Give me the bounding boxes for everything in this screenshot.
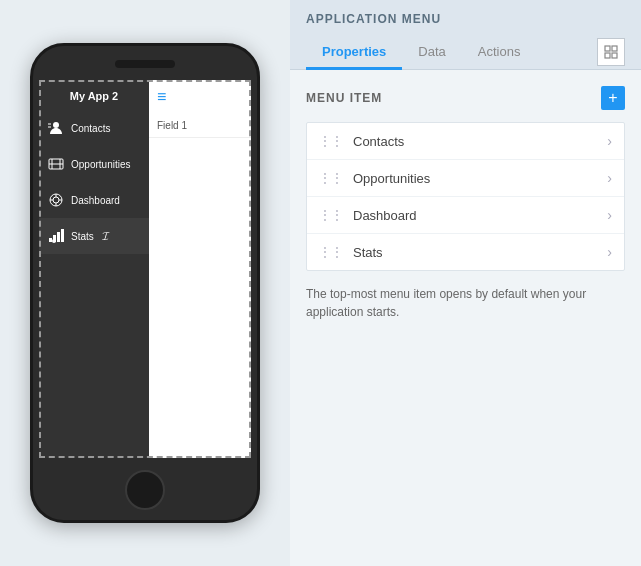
hint-text: The top-most menu item opens by default … [306,285,625,321]
chevron-right-icon: › [607,244,612,260]
tab-icon-button[interactable] [597,38,625,66]
opportunities-icon [47,155,65,173]
tab-actions[interactable]: Actions [462,36,537,70]
tabs-row: Properties Data Actions [306,36,625,69]
menu-item-row[interactable]: ⋮⋮ Contacts › [307,123,624,160]
svg-rect-18 [605,46,610,51]
svg-rect-21 [612,53,617,58]
panel-header: APPLICATION MENU Properties Data Actions [290,0,641,70]
svg-point-17 [52,239,56,243]
contacts-icon [47,119,65,137]
phone-frame: My App 2 Contacts [30,43,260,523]
chevron-right-icon: › [607,133,612,149]
menu-item-label: Dashboard [353,208,607,223]
menu-item-label: Stats [353,245,607,260]
phone-nav-contacts[interactable]: Contacts [39,110,149,146]
right-panel: APPLICATION MENU Properties Data Actions… [290,0,641,566]
phone-preview: My App 2 Contacts [0,0,290,566]
svg-rect-16 [61,229,64,242]
menu-item-label: Opportunities [353,171,607,186]
chevron-right-icon: › [607,170,612,186]
phone-content-area: ≡ Field 1 [149,80,251,458]
drag-handle-icon: ⋮⋮ [319,134,343,148]
svg-point-8 [53,197,59,203]
phone-sidebar: My App 2 Contacts [39,80,149,458]
phone-app-title: My App 2 [39,80,149,110]
phone-nav-stats-label: Stats [71,231,94,242]
svg-rect-13 [49,238,52,242]
menu-item-row[interactable]: ⋮⋮ Dashboard › [307,197,624,234]
menu-item-label: Contacts [353,134,607,149]
phone-home-button[interactable] [125,470,165,510]
phone-nav-opportunities-label: Opportunities [71,159,130,170]
tabs-container: Properties Data Actions [306,36,536,69]
tab-properties[interactable]: Properties [306,36,402,70]
drag-handle-icon: ⋮⋮ [319,245,343,259]
svg-rect-15 [57,232,60,242]
phone-nav-opportunities[interactable]: Opportunities [39,146,149,182]
cursor: 𝓘 [102,229,109,243]
phone-speaker [115,60,175,68]
phone-nav-dashboard[interactable]: Dashboard [39,182,149,218]
stats-icon [47,227,65,245]
add-menu-item-button[interactable]: + [601,86,625,110]
svg-point-0 [53,122,59,128]
menu-item-row[interactable]: ⋮⋮ Stats › [307,234,624,270]
phone-hamburger-icon[interactable]: ≡ [149,80,251,114]
panel-body: MENU ITEM + ⋮⋮ Contacts › ⋮⋮ Opportuniti… [290,70,641,566]
menu-item-row[interactable]: ⋮⋮ Opportunities › [307,160,624,197]
svg-rect-20 [605,53,610,58]
dashboard-icon [47,191,65,209]
phone-nav-dashboard-label: Dashboard [71,195,120,206]
drag-handle-icon: ⋮⋮ [319,171,343,185]
phone-nav-contacts-label: Contacts [71,123,110,134]
section-title: MENU ITEM [306,91,382,105]
phone-screen: My App 2 Contacts [39,80,251,458]
phone-field: Field 1 [149,114,251,138]
section-header: MENU ITEM + [306,86,625,110]
panel-title: APPLICATION MENU [306,12,625,26]
phone-nav-stats[interactable]: Stats 𝓘 [39,218,149,254]
chevron-right-icon: › [607,207,612,223]
drag-handle-icon: ⋮⋮ [319,208,343,222]
svg-rect-19 [612,46,617,51]
menu-items-list: ⋮⋮ Contacts › ⋮⋮ Opportunities › ⋮⋮ Dash… [306,122,625,271]
tab-data[interactable]: Data [402,36,461,70]
